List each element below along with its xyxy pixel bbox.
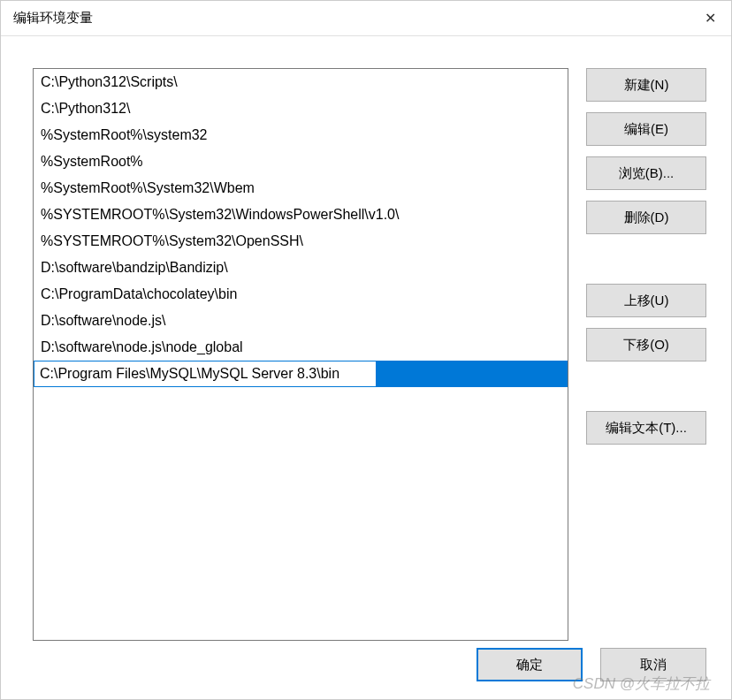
ok-button[interactable]: 确定 [477, 648, 583, 681]
list-item[interactable]: D:\software\node.js\ [34, 308, 568, 334]
path-edit-input[interactable] [34, 361, 377, 387]
list-item[interactable]: C:\Python312\Scripts\ [34, 69, 568, 95]
list-item[interactable]: D:\software\bandzip\Bandizip\ [34, 255, 568, 281]
list-item[interactable]: D:\software\node.js\node_global [34, 334, 568, 361]
list-item[interactable]: %SYSTEMROOT%\System32\WindowsPowerShell\… [34, 202, 568, 228]
path-listbox[interactable]: C:\Python312\Scripts\ C:\Python312\ %Sys… [33, 68, 568, 641]
move-up-button[interactable]: 上移(U) [586, 284, 706, 317]
new-button[interactable]: 新建(N) [586, 68, 706, 102]
close-button[interactable]: ✕ [689, 1, 731, 36]
list-item[interactable]: %SystemRoot%\System32\Wbem [34, 175, 568, 202]
titlebar: 编辑环境变量 ✕ [1, 1, 731, 36]
edit-button[interactable]: 编辑(E) [586, 112, 706, 146]
browse-button[interactable]: 浏览(B)... [586, 156, 706, 190]
delete-button[interactable]: 删除(D) [586, 201, 706, 234]
close-icon: ✕ [705, 10, 716, 27]
list-item-editing[interactable] [34, 361, 568, 387]
content-area: C:\Python312\Scripts\ C:\Python312\ %Sys… [1, 36, 731, 699]
cancel-button[interactable]: 取消 [600, 648, 706, 681]
window-title: 编辑环境变量 [13, 10, 93, 27]
edit-text-button[interactable]: 编辑文本(T)... [586, 411, 706, 445]
env-var-dialog: 编辑环境变量 ✕ C:\Python312\Scripts\ C:\Python… [0, 0, 732, 700]
list-item[interactable]: %SystemRoot% [34, 148, 568, 175]
list-item[interactable]: C:\ProgramData\chocolatey\bin [34, 281, 568, 308]
dialog-bottom-bar: 确定 取消 [477, 648, 706, 681]
side-button-panel: 新建(N) 编辑(E) 浏览(B)... 删除(D) 上移(U) 下移(O) 编… [586, 68, 706, 681]
move-down-button[interactable]: 下移(O) [586, 328, 706, 361]
list-item[interactable]: %SystemRoot%\system32 [34, 122, 568, 148]
list-item[interactable]: C:\Python312\ [34, 95, 568, 122]
list-item[interactable]: %SYSTEMROOT%\System32\OpenSSH\ [34, 228, 568, 255]
